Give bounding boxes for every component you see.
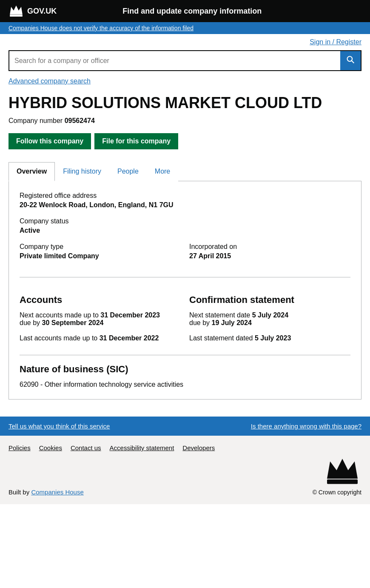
svg-rect-0	[10, 14, 23, 17]
crown-copyright-block: © Crown copyright	[313, 456, 361, 496]
file-for-company-button[interactable]: File for this company	[94, 133, 178, 149]
feedback-bar: Tell us what you think of this service I…	[0, 417, 370, 436]
accounts-due-date: 30 September 2024	[42, 319, 104, 326]
incorporated-on-label: Incorporated on	[189, 243, 350, 251]
svg-line-2	[352, 61, 354, 63]
confirmation-due-row: due by 19 July 2024	[189, 319, 350, 327]
gov-uk-label: GOV.UK	[27, 7, 57, 16]
feedback-left-link[interactable]: Tell us what you think of this service	[9, 422, 110, 430]
registered-office-value: 20-22 Wenlock Road, London, England, N1 …	[20, 201, 350, 209]
beta-banner: Companies House does not verify the accu…	[0, 22, 370, 34]
incorporated-on-col: Incorporated on 27 April 2015	[189, 243, 350, 268]
feedback-right-link[interactable]: Is there anything wrong with this page?	[251, 422, 361, 430]
search-input[interactable]	[9, 51, 340, 70]
svg-point-1	[347, 57, 353, 62]
sic-heading: Nature of business (SIC)	[20, 364, 350, 375]
confirmation-due-date: 19 July 2024	[212, 319, 252, 326]
footer-companies-house-link[interactable]: Companies House	[31, 488, 83, 496]
sic-section: Nature of business (SIC) 62090 - Other i…	[20, 364, 350, 388]
footer-link-developers[interactable]: Developers	[182, 444, 215, 451]
footer-link-cookies[interactable]: Cookies	[39, 444, 62, 451]
footer-link-accessibility[interactable]: Accessibility statement	[110, 444, 174, 451]
company-name: HYBRID SOLUTIONS MARKET CLOUD LTD	[9, 94, 361, 112]
sic-value: 62090 - Other information technology ser…	[20, 381, 350, 388]
company-status-value: Active	[20, 227, 350, 234]
footer: Policies Cookies Contact us Accessibilit…	[0, 436, 370, 504]
company-number-value: 09562474	[65, 117, 95, 124]
crown-icon	[9, 4, 24, 18]
company-status-label: Company status	[20, 217, 350, 225]
accounts-next-label: Next accounts made up to 31 December 202…	[20, 311, 181, 319]
tab-more[interactable]: More	[147, 162, 178, 181]
confirmation-next-label: Next statement date 5 July 2024	[189, 311, 350, 319]
accounts-due-row: due by 30 September 2024	[20, 319, 181, 327]
svg-rect-3	[327, 480, 358, 484]
follow-company-button[interactable]: Follow this company	[9, 133, 91, 149]
accounts-last-date: 31 December 2022	[100, 334, 159, 342]
company-type-label: Company type	[20, 243, 181, 251]
tab-filing-history[interactable]: Filing history	[55, 162, 109, 181]
search-icon	[346, 55, 355, 64]
registered-office-label: Registered office address	[20, 192, 350, 200]
gov-uk-logo[interactable]: GOV.UK	[9, 4, 57, 18]
sign-in-link[interactable]: Sign in / Register	[310, 38, 361, 46]
crown-copyright-icon	[323, 456, 361, 486]
accounts-section: Accounts Next accounts made up to 31 Dec…	[20, 286, 181, 342]
action-buttons: Follow this company File for this compan…	[9, 133, 361, 149]
footer-links: Policies Cookies Contact us Accessibilit…	[9, 444, 361, 451]
confirmation-last-date: 5 July 2023	[255, 334, 291, 342]
accounts-last-row: Last accounts made up to 31 December 202…	[20, 334, 181, 342]
tab-overview[interactable]: Overview	[9, 162, 55, 181]
divider2	[20, 355, 350, 355]
divider	[20, 277, 350, 277]
sign-in-bar: Sign in / Register	[9, 34, 361, 50]
accounts-next-date: 31 December 2023	[100, 311, 160, 319]
company-number-label: Company number	[9, 117, 63, 124]
site-header: GOV.UK Find and update company informati…	[0, 0, 370, 22]
overview-panel: Registered office address 20-22 Wenlock …	[9, 181, 361, 400]
search-button[interactable]	[340, 51, 361, 70]
accounts-heading: Accounts	[20, 294, 181, 305]
tab-people[interactable]: People	[109, 162, 147, 181]
advanced-search-link[interactable]: Advanced company search	[9, 77, 361, 85]
footer-bottom: Built by Companies House © Crown copyrig…	[9, 456, 361, 496]
company-type-value: Private limited Company	[20, 252, 181, 260]
incorporated-on-value: 27 April 2015	[189, 252, 350, 260]
accounts-confirmation-row: Accounts Next accounts made up to 31 Dec…	[20, 286, 350, 346]
search-container	[9, 50, 361, 71]
page-title: Find and update company information	[57, 7, 327, 16]
beta-notice-link[interactable]: Companies House does not verify the accu…	[9, 25, 194, 31]
confirmation-last-row: Last statement dated 5 July 2023	[189, 334, 350, 342]
footer-link-contact[interactable]: Contact us	[71, 444, 101, 451]
footer-built-by: Built by Companies House	[9, 488, 84, 496]
confirmation-heading: Confirmation statement	[189, 294, 350, 305]
confirmation-section: Confirmation statement Next statement da…	[189, 286, 350, 342]
company-type-col: Company type Private limited Company	[20, 243, 181, 268]
type-incorporated-row: Company type Private limited Company Inc…	[20, 243, 350, 268]
confirmation-next-date: 5 July 2024	[252, 311, 288, 319]
company-number-row: Company number 09562474	[9, 117, 361, 125]
tabs-nav: Overview Filing history People More	[9, 162, 361, 181]
footer-link-policies[interactable]: Policies	[9, 444, 31, 451]
crown-copyright-text: © Crown copyright	[313, 489, 361, 496]
